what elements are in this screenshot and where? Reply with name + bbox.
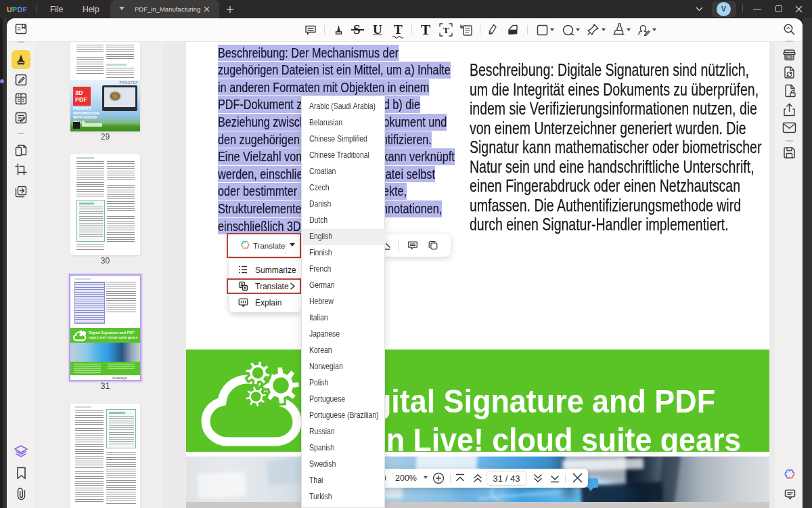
svg-text:OCR: OCR	[787, 56, 792, 59]
svg-text:T: T	[443, 25, 449, 35]
